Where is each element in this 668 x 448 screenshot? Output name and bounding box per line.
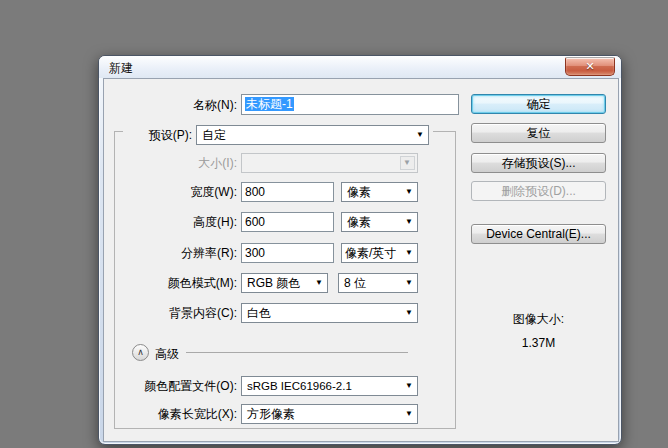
dropdown-arrow-icon: ▼ — [405, 279, 413, 287]
pixel-aspect-select[interactable]: 方形像素 ▼ — [241, 404, 418, 424]
close-button[interactable]: ✕ — [565, 57, 615, 76]
size-label: 大小(I): — [105, 156, 237, 170]
width-label: 宽度(W): — [105, 185, 237, 199]
close-icon: ✕ — [585, 60, 594, 72]
preset-value: 自定 — [202, 128, 226, 142]
color-mode-select[interactable]: RGB 颜色 ▼ — [241, 273, 328, 293]
resolution-value: 300 — [245, 246, 265, 260]
bit-depth-value: 8 位 — [344, 276, 366, 290]
preset-select[interactable]: 自定 ▼ — [196, 125, 429, 145]
advanced-section-label: 高级 — [155, 346, 179, 363]
dropdown-arrow-icon: ▼ — [405, 218, 413, 226]
name-input[interactable]: 未标题-1 — [241, 94, 459, 115]
dropdown-arrow-icon: ▼ — [405, 382, 413, 390]
width-unit-select[interactable]: 像素 ▼ — [341, 182, 418, 202]
resolution-label: 分辨率(R): — [105, 246, 237, 260]
bit-depth-select[interactable]: 8 位 ▼ — [338, 273, 418, 293]
background-contents-value: 白色 — [247, 306, 271, 320]
color-mode-value: RGB 颜色 — [247, 276, 300, 290]
resolution-unit-select[interactable]: 像素/英寸 ▼ — [341, 243, 418, 263]
advanced-separator — [186, 352, 408, 353]
background-contents-select[interactable]: 白色 ▼ — [241, 303, 418, 323]
background-contents-label: 背景内容(C): — [105, 306, 237, 320]
dropdown-arrow-icon: ▼ — [416, 131, 424, 139]
resolution-input[interactable]: 300 — [241, 243, 334, 263]
dropdown-arrow-icon: ▼ — [405, 309, 413, 317]
color-profile-select[interactable]: sRGB IEC61966-2.1 ▼ — [241, 376, 418, 396]
color-profile-value: sRGB IEC61966-2.1 — [247, 380, 352, 392]
width-value: 800 — [245, 185, 265, 199]
image-size-value: 1.37M — [471, 336, 606, 350]
title-bar[interactable]: 新建 — [99, 56, 621, 78]
image-size-label: 图像大小: — [471, 311, 606, 328]
reset-button[interactable]: 复位 — [471, 123, 606, 143]
color-profile-label: 颜色配置文件(O): — [105, 379, 237, 393]
device-central-button[interactable]: Device Central(E)... — [471, 224, 606, 244]
dropdown-arrow-icon: ▼ — [403, 159, 411, 167]
groupbox-top-right-segment — [433, 131, 456, 132]
save-preset-button[interactable]: 存储预设(S)... — [471, 153, 606, 173]
height-label: 高度(H): — [105, 215, 237, 229]
name-selected-text: 未标题-1 — [245, 97, 294, 111]
ok-button[interactable]: 确定 — [471, 94, 606, 114]
dropdown-arrow-icon: ▼ — [315, 279, 323, 287]
dropdown-arrow-icon: ▼ — [405, 249, 413, 257]
dropdown-arrow-icon: ▼ — [405, 410, 413, 418]
height-input[interactable]: 600 — [241, 212, 334, 232]
size-select: ▼ — [241, 153, 418, 173]
pixel-aspect-label: 像素长宽比(X): — [105, 407, 237, 421]
width-input[interactable]: 800 — [241, 182, 334, 202]
pixel-aspect-value: 方形像素 — [247, 407, 295, 421]
chevron-up-icon: ∧ — [137, 347, 144, 357]
width-unit-value: 像素 — [347, 185, 371, 199]
resolution-unit-value: 像素/英寸 — [345, 246, 396, 260]
height-unit-select[interactable]: 像素 ▼ — [341, 212, 418, 232]
new-document-dialog: 新建 ✕ 名称(N): 未标题-1 预设(P): 自定 ▼ 大小(I): ▼ 宽… — [98, 55, 622, 445]
height-unit-value: 像素 — [347, 215, 371, 229]
preset-label: 预设(P): — [105, 128, 192, 142]
disabled-arrow-box: ▼ — [400, 156, 415, 170]
delete-preset-button: 删除预设(D)... — [471, 181, 606, 201]
window-title: 新建 — [109, 60, 133, 77]
dropdown-arrow-icon: ▼ — [405, 188, 413, 196]
name-label: 名称(N): — [105, 98, 237, 112]
advanced-collapse-button[interactable]: ∧ — [132, 344, 149, 361]
color-mode-label: 颜色模式(M): — [105, 276, 237, 290]
height-value: 600 — [245, 215, 265, 229]
